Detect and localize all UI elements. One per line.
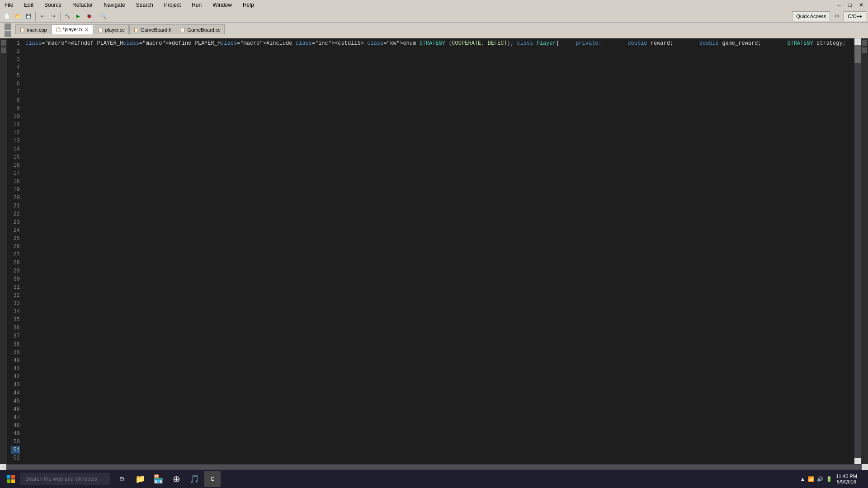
- menu-run[interactable]: Run: [189, 1, 204, 9]
- line-num-11: 11: [11, 121, 20, 129]
- line-num-26: 26: [11, 243, 20, 251]
- menu-window[interactable]: Window: [210, 1, 235, 9]
- menu-search[interactable]: Search: [133, 1, 156, 9]
- time-display: 11:40 PM: [836, 474, 857, 479]
- horizontal-scrollbar[interactable]: ◀ ▶: [0, 464, 868, 470]
- chrome-btn[interactable]: ⊕: [168, 471, 184, 487]
- scroll-up-btn[interactable]: ▲: [854, 38, 861, 45]
- task-view-btn[interactable]: ⧉: [114, 471, 130, 487]
- tab-bar: 📋 main.cpp 📋 *player.h ✕ 📋 player.cc 📋 G…: [15, 23, 853, 34]
- save-btn[interactable]: 💾: [24, 11, 33, 21]
- line-num-49: 49: [11, 430, 20, 438]
- scroll-track[interactable]: [854, 45, 861, 458]
- code-editor[interactable]: class="macro">#ifndef PLAYER_Hclass="mac…: [24, 38, 854, 464]
- run-btn[interactable]: ▶: [73, 11, 83, 21]
- vertical-scrollbar[interactable]: ▲ ▼: [854, 38, 861, 464]
- panel-icon-2[interactable]: [5, 31, 11, 37]
- line-num-34: 34: [11, 308, 20, 316]
- menu-bar: File Edit Source Refactor Navigate Searc…: [0, 0, 868, 10]
- media-btn[interactable]: 🎵: [186, 471, 203, 487]
- new-btn[interactable]: 📄: [2, 11, 12, 21]
- maximize-btn[interactable]: □: [846, 2, 854, 8]
- tab-maximize-icon[interactable]: □: [862, 27, 866, 34]
- code-line-6: [514, 39, 517, 463]
- menu-navigate[interactable]: Navigate: [101, 1, 127, 9]
- line-num-41: 41: [11, 365, 20, 373]
- line-num-23: 23: [11, 218, 20, 226]
- line-num-29: 29: [11, 267, 20, 275]
- tab-minimize-icon[interactable]: ▼: [854, 27, 861, 34]
- menu-refactor[interactable]: Refactor: [70, 1, 95, 9]
- clock[interactable]: 11:40 PM 5/9/2016: [836, 474, 857, 484]
- line-numbers: 1234567891011121314151617181920212223242…: [7, 38, 24, 464]
- eclipse-btn[interactable]: E: [204, 471, 221, 487]
- line-num-32: 32: [11, 291, 20, 300]
- gutter-icon-2[interactable]: [1, 47, 6, 53]
- quick-access-button[interactable]: Quick Access: [792, 11, 830, 21]
- menu-help[interactable]: Help: [240, 1, 257, 9]
- build-btn[interactable]: 🔨: [62, 11, 72, 21]
- file-explorer-btn[interactable]: 📁: [132, 471, 148, 487]
- code-line-7: class Player: [517, 39, 556, 463]
- tab-player-h[interactable]: 📋 *player.h ✕: [52, 24, 94, 34]
- line-num-25: 25: [11, 235, 20, 243]
- svg-rect-2: [7, 479, 10, 483]
- scroll-down-btn[interactable]: ▼: [854, 458, 861, 464]
- line-num-46: 46: [11, 405, 20, 413]
- debug-btn[interactable]: 🐞: [84, 11, 94, 21]
- scroll-thumb[interactable]: [854, 45, 861, 63]
- redo-btn[interactable]: ↪: [48, 11, 58, 21]
- show-desktop-btn[interactable]: [861, 471, 863, 487]
- tab-gameboard-cc[interactable]: 📋 GameBoard.cc: [176, 24, 224, 34]
- tray-arrow[interactable]: ▲: [800, 476, 805, 482]
- language-button[interactable]: C/C++: [844, 11, 866, 21]
- taskbar-search-input[interactable]: [20, 473, 110, 485]
- line-num-28: 28: [11, 259, 20, 267]
- scroll-left-btn[interactable]: ◀: [0, 464, 6, 470]
- line-num-9: 9: [11, 104, 20, 113]
- taskbar: ⧉ 📁 🏪 ⊕ 🎵 E ▲ 📶 🔊 🔋 11:40 PM 5/9/2016: [0, 470, 868, 488]
- menu-source[interactable]: Source: [42, 1, 64, 9]
- network-icon[interactable]: 📶: [808, 476, 814, 482]
- close-btn[interactable]: ✕: [856, 2, 866, 8]
- store-btn[interactable]: 🏪: [150, 471, 166, 487]
- panel-icon-1[interactable]: [5, 23, 11, 30]
- minimize-btn[interactable]: ─: [835, 2, 844, 8]
- open-btn[interactable]: 📂: [13, 11, 23, 21]
- tab-player-h-close[interactable]: ✕: [84, 27, 89, 32]
- search-btn[interactable]: 🔍: [98, 11, 108, 21]
- scroll-h-track[interactable]: [6, 465, 862, 469]
- line-num-20: 20: [11, 194, 20, 202]
- menu-project[interactable]: Project: [161, 1, 184, 9]
- line-num-22: 22: [11, 210, 20, 218]
- line-num-18: 18: [11, 178, 20, 186]
- tab-player-cc[interactable]: 📋 player.cc: [94, 24, 128, 34]
- undo-btn[interactable]: ↩: [38, 11, 47, 21]
- tab-player-cc-icon: 📋: [98, 27, 103, 32]
- system-tray-icons: ▲ 📶 🔊 🔋: [800, 476, 832, 482]
- date-display: 5/9/2016: [836, 479, 857, 484]
- tab-player-h-label: *player.h: [63, 27, 82, 32]
- toolbar-settings-btn[interactable]: ⚙: [832, 11, 842, 21]
- toolbar: 📄 📂 💾 ↩ ↪ 🔨 ▶ 🐞 🔍 Quick Access ⚙ C/C++: [0, 10, 868, 23]
- start-button[interactable]: [2, 470, 20, 488]
- line-num-6: 6: [11, 80, 20, 88]
- gutter-icon-1[interactable]: [1, 40, 6, 46]
- code-line-2: class="macro">#define PLAYER_H: [123, 39, 221, 463]
- scroll-right-btn[interactable]: ▶: [862, 464, 868, 470]
- line-num-27: 27: [11, 251, 20, 259]
- quick-access-area: Quick Access ⚙ C/C++: [792, 11, 866, 21]
- right-icon-2[interactable]: [862, 47, 867, 53]
- line-num-5: 5: [11, 72, 20, 80]
- line-num-4: 4: [11, 64, 20, 72]
- battery-icon[interactable]: 🔋: [826, 476, 832, 482]
- line-num-1: 1: [11, 39, 20, 47]
- menu-edit[interactable]: Edit: [21, 1, 36, 9]
- menu-file[interactable]: File: [2, 1, 16, 9]
- volume-icon[interactable]: 🔊: [817, 476, 823, 482]
- line-num-33: 33: [11, 300, 20, 308]
- right-icon-1[interactable]: [862, 40, 867, 46]
- tab-gameboard-h[interactable]: 📋 GameBoard.h: [129, 24, 175, 34]
- tab-main[interactable]: 📋 main.cpp: [15, 24, 51, 34]
- tab-gameboard-cc-icon: 📋: [180, 27, 185, 32]
